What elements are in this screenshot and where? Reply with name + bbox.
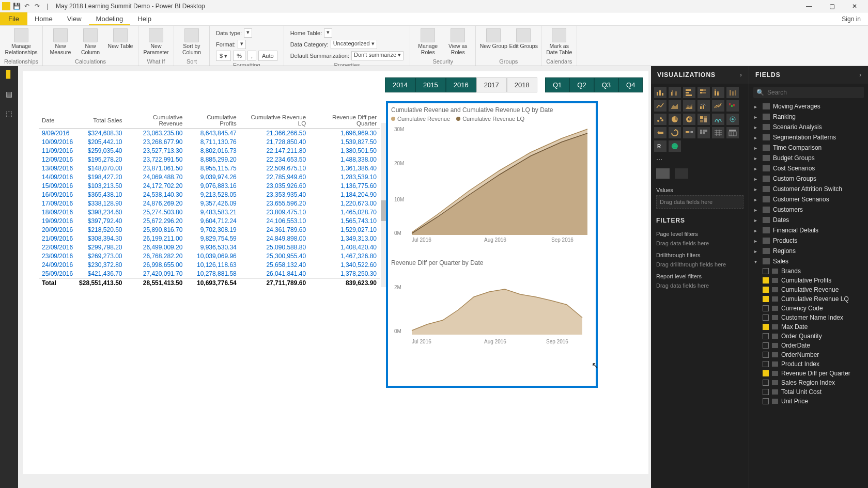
- checkbox[interactable]: [763, 352, 769, 358]
- table-segmentation-patterns[interactable]: ▸Segmentation Patterns: [751, 132, 866, 143]
- field-ordernumber[interactable]: OrderNumber: [751, 350, 866, 359]
- fields-search[interactable]: 🔍: [753, 87, 864, 98]
- page-filters-drop[interactable]: Drag data fields here: [656, 239, 743, 250]
- viz-type-9[interactable]: [698, 100, 710, 112]
- viz-type-7[interactable]: [669, 100, 681, 112]
- field-product-index[interactable]: Product Index: [751, 359, 866, 369]
- data-view-icon[interactable]: ▤: [4, 90, 14, 100]
- table-row[interactable]: 13/09/2016$148,070.0023,871,061.508,955,…: [39, 164, 380, 172]
- new-measure-button[interactable]: New Measure: [46, 27, 75, 55]
- drill-filters-drop[interactable]: Drag drillthrough fields here: [656, 260, 743, 272]
- checkbox[interactable]: [763, 277, 769, 284]
- table-row[interactable]: 22/09/2016$299,798.2026,499,009.209,936,…: [39, 243, 380, 251]
- viz-type-16[interactable]: [712, 114, 724, 125]
- viz-type-6[interactable]: [654, 100, 667, 112]
- report-page[interactable]: 20142015201620172018 Q1Q2Q3Q4 DateTotal …: [23, 71, 648, 474]
- new-table-button[interactable]: New Table: [106, 27, 135, 50]
- table-row[interactable]: 11/09/2016$259,035.4023,527,713.308,802,…: [39, 146, 380, 155]
- checkbox[interactable]: [763, 370, 769, 376]
- col-header[interactable]: Date: [39, 113, 76, 129]
- year-2018[interactable]: 2018: [507, 77, 537, 92]
- viz-type-0[interactable]: [654, 87, 667, 98]
- checkbox[interactable]: [763, 398, 769, 404]
- redo-icon[interactable]: ↷: [33, 2, 41, 10]
- table-visual[interactable]: DateTotal SalesCumulative RevenueCumulat…: [39, 113, 380, 287]
- field-orderdate[interactable]: OrderDate: [751, 341, 866, 350]
- table-row[interactable]: 19/09/2016$397,792.4025,672,296.209,604,…: [39, 216, 380, 225]
- viz-type-15[interactable]: [698, 114, 710, 125]
- table-row[interactable]: 15/09/2016$103,213.5024,172,702.209,076,…: [39, 181, 380, 190]
- report-canvas[interactable]: 20142015201620172018 Q1Q2Q3Q4 DateTotal …: [18, 66, 651, 488]
- table-custom-groups[interactable]: ▸Custom Groups: [751, 174, 866, 184]
- field-total-unit-cost[interactable]: Total Unit Cost: [751, 387, 866, 397]
- values-dropzone[interactable]: Drag data fields here: [656, 195, 743, 209]
- viz-type-11[interactable]: [726, 100, 739, 112]
- viz-type-22[interactable]: [712, 127, 724, 138]
- table-row[interactable]: 24/09/2016$230,372.8026,998,655.0010,126…: [39, 260, 380, 269]
- tab-view[interactable]: View: [60, 12, 89, 25]
- percent-button[interactable]: %: [233, 51, 245, 61]
- field-cumulative-profits[interactable]: Cumulative Profits: [751, 276, 866, 285]
- field-order-quantity[interactable]: Order Quantity: [751, 332, 866, 341]
- viz-type-12[interactable]: [654, 114, 667, 125]
- diff-chart[interactable]: Revenue Diff per Quarter by Date 2M 0M J…: [391, 259, 593, 352]
- decimals-input[interactable]: Auto: [258, 51, 277, 61]
- manage-roles-button[interactable]: Manage Roles: [413, 27, 442, 55]
- checkbox[interactable]: [763, 324, 769, 330]
- quarter-Q3[interactable]: Q3: [594, 77, 618, 92]
- table-financial-details[interactable]: ▸Financial Details: [751, 225, 866, 235]
- col-header[interactable]: Total Sales: [76, 113, 125, 129]
- new-group-button[interactable]: New Group: [479, 27, 508, 50]
- col-header[interactable]: Revenue Diff per Quarter: [309, 113, 380, 129]
- hometable-select[interactable]: ▾: [324, 28, 332, 38]
- year-2014[interactable]: 2014: [385, 77, 415, 92]
- viz-type-3[interactable]: [698, 87, 710, 98]
- quarter-Q1[interactable]: Q1: [545, 77, 569, 92]
- model-view-icon[interactable]: ⬚: [4, 109, 14, 120]
- table-ranking[interactable]: ▸Ranking: [751, 112, 866, 122]
- year-2017[interactable]: 2017: [476, 77, 507, 92]
- table-time-comparison[interactable]: ▸Time Comparison: [751, 143, 866, 153]
- viz-type-24[interactable]: R: [654, 140, 667, 152]
- viz-type-21[interactable]: [698, 127, 710, 138]
- table-row[interactable]: 21/09/2016$308,394.3026,199,211.009,829,…: [39, 234, 380, 243]
- table-row[interactable]: 17/09/2016$338,128.9024,876,269.209,357,…: [39, 199, 380, 208]
- table-row[interactable]: 9/09/2016$324,608.3023,063,235.808,643,8…: [39, 129, 380, 138]
- year-2015[interactable]: 2015: [415, 77, 446, 92]
- table-row[interactable]: 23/09/2016$269,273.0026,768,282.2010,039…: [39, 251, 380, 260]
- table-row[interactable]: 14/09/2016$198,427.2024,069,488.709,039,…: [39, 172, 380, 181]
- undo-icon[interactable]: ↶: [23, 2, 31, 10]
- field-currency-code[interactable]: Currency Code: [751, 304, 866, 313]
- year-2016[interactable]: 2016: [446, 77, 476, 92]
- report-filters-drop[interactable]: Drag data fields here: [656, 281, 743, 293]
- field-cumulative-revenue-lq[interactable]: Cumulative Revenue LQ: [751, 294, 866, 304]
- table-scrollbar[interactable]: [381, 123, 386, 287]
- viz-type-8[interactable]: [683, 100, 695, 112]
- viz-type-20[interactable]: [683, 127, 695, 138]
- table-sales[interactable]: ▾Sales: [751, 256, 866, 266]
- checkbox[interactable]: [763, 333, 769, 339]
- table-scenario-analysis[interactable]: ▸Scenario Analysis: [751, 122, 866, 132]
- viz-type-17[interactable]: [726, 114, 739, 125]
- datacat-select[interactable]: Uncategorized ▾: [331, 40, 377, 49]
- viz-type-19[interactable]: [669, 127, 681, 138]
- table-products[interactable]: ▸Products: [751, 235, 866, 246]
- viz-type-4[interactable]: [712, 87, 724, 98]
- save-icon[interactable]: 💾: [12, 2, 21, 10]
- table-dates[interactable]: ▸Dates: [751, 215, 866, 225]
- field-customer-name-index[interactable]: Customer Name Index: [751, 313, 866, 322]
- format-select[interactable]: ▾: [238, 40, 246, 49]
- year-slicer[interactable]: 20142015201620172018: [385, 77, 537, 92]
- checkbox[interactable]: [763, 287, 769, 293]
- fields-collapse-icon[interactable]: ›: [859, 71, 862, 78]
- viz-type-18[interactable]: [654, 127, 667, 138]
- sort-by-column-button[interactable]: Sort by Column: [177, 27, 206, 55]
- field-unit-price[interactable]: Unit Price: [751, 397, 866, 406]
- table-customer-scenarios[interactable]: ▸Customer Scenarios: [751, 194, 866, 204]
- checkbox[interactable]: [763, 296, 769, 302]
- edit-groups-button[interactable]: Edit Groups: [509, 27, 538, 50]
- cumulative-chart[interactable]: Cumulative Revenue and Cumulative Revenu…: [391, 106, 593, 251]
- table-moving-averages[interactable]: ▸Moving Averages: [751, 101, 866, 112]
- file-tab[interactable]: File: [0, 12, 27, 25]
- manage-relationships-button[interactable]: Manage Relationships: [3, 27, 39, 55]
